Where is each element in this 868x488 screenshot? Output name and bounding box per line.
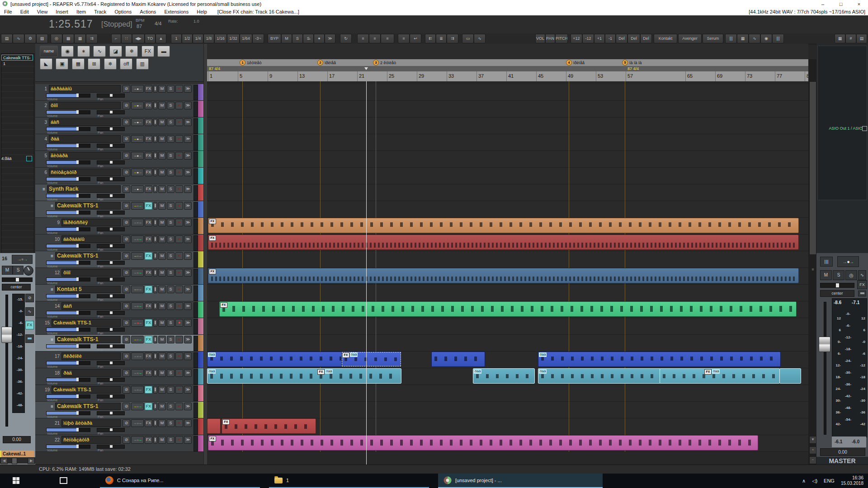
mute-button[interactable]: M (158, 135, 166, 143)
toolbar-button[interactable]: 1/4 (193, 34, 203, 43)
record-arm-button[interactable]: ● (175, 219, 183, 226)
phase-button[interactable]: ⊘ (123, 336, 130, 343)
menu-item[interactable]: Insert (52, 9, 72, 14)
media-item[interactable] (207, 418, 221, 434)
solo-button[interactable]: S (167, 386, 175, 394)
pan-slider[interactable] (97, 211, 125, 215)
toolbar-button[interactable]: ▲ (156, 34, 166, 43)
routing-button[interactable]: →●→ (131, 319, 144, 327)
toolbar-button[interactable]: # (845, 34, 856, 43)
routing-button[interactable]: →●→ (131, 202, 144, 210)
track-row[interactable]: ≡ Cakewalk TTS-1 ⊘ →●→ FX M S ● ≫ (35, 251, 203, 268)
media-item[interactable] (222, 418, 316, 434)
mute-button[interactable]: M (158, 269, 166, 277)
toolbar-button[interactable]: ▦ (835, 34, 845, 43)
arrange-view[interactable]: FX FX FX FX FX FX FX FX FX ðàä ðàä ðàä ð… (207, 81, 808, 465)
pan-slider[interactable] (97, 294, 125, 298)
record-arm-button[interactable]: ● (175, 202, 183, 210)
monitor-button[interactable]: ≫ (184, 185, 192, 193)
routing-button[interactable]: →●→ (131, 436, 144, 444)
width-knob[interactable] (24, 266, 33, 276)
toolbar-button[interactable]: ⇉ (447, 34, 458, 43)
menu-item[interactable]: File (0, 9, 16, 14)
fx-button[interactable]: FX (145, 286, 152, 293)
close-button[interactable]: × (850, 0, 868, 8)
strip-io-button[interactable] (25, 334, 34, 343)
track-row[interactable]: 3 áàñ ⊘ →●→ FX M S ● ≫ (35, 117, 203, 134)
io-button[interactable] (153, 336, 157, 343)
monitor-button[interactable]: ≫ (184, 336, 192, 343)
track-row[interactable]: 21 ìüþò ãèòàðà ⊘ →●→ FX M S ● ≫ (35, 418, 203, 435)
phase-button[interactable]: ⊘ (123, 85, 130, 93)
menu-item[interactable]: Extensions (160, 9, 193, 14)
io-button[interactable] (153, 386, 157, 394)
track-name[interactable]: ôîíî (61, 269, 121, 277)
tcp-header-icon[interactable]: ▬ (157, 46, 170, 57)
toolbar-button[interactable]: ≫ (325, 34, 335, 43)
strip-fader-handle[interactable] (1, 327, 12, 343)
phase-button[interactable]: ⊘ (123, 319, 130, 327)
monitor-button[interactable]: ≫ (184, 118, 192, 126)
toolbar-button[interactable]: Del Pitch (627, 34, 640, 43)
pan-slider[interactable] (97, 378, 125, 382)
toolbar-button[interactable]: ↩ (410, 34, 421, 43)
record-arm-button[interactable]: ● (175, 118, 183, 126)
output-checkbox[interactable] (862, 126, 867, 131)
volume-slider[interactable] (46, 378, 90, 382)
fx-button[interactable]: FX (145, 235, 152, 243)
tcp-header-icon[interactable]: ⊞ (88, 58, 100, 70)
item-fx-badge[interactable]: FX (222, 419, 230, 425)
toolbar-button[interactable]: ∿ (13, 34, 24, 43)
vscroll-grip[interactable]: ≡ (810, 267, 816, 272)
toolbar-button[interactable]: ↻ (340, 34, 352, 43)
toolbar-button[interactable]: 1/64 (240, 34, 252, 43)
phase-button[interactable]: ⊘ (123, 269, 130, 277)
volume-slider[interactable] (46, 294, 90, 298)
start-button[interactable] (0, 474, 32, 488)
media-item[interactable] (779, 368, 801, 384)
master-routing-button[interactable]: →●→ (837, 256, 859, 267)
tcp-header-icon[interactable]: ◪ (109, 46, 122, 57)
taskbar-reaper-button[interactable]: [unsaved project] - ... (438, 474, 603, 488)
record-arm-button[interactable]: ● (175, 102, 183, 109)
toolbar-button[interactable]: Kontakt (654, 34, 677, 43)
fx-button[interactable]: FX (145, 436, 152, 444)
phase-button[interactable]: ⊘ (123, 152, 130, 160)
solo-button[interactable]: S (167, 419, 175, 427)
volume-slider[interactable] (46, 110, 90, 114)
track-row[interactable]: 9 ïåðêóññèÿ ⊘ →●→ FX M S ● ≫ (35, 218, 203, 235)
routing-button[interactable]: →●→ (131, 269, 144, 277)
track-row[interactable]: ≡ Synth Rack ⊘ →●→ FX M S ● ≫ (35, 184, 203, 201)
strip-mute-button[interactable]: M (2, 266, 13, 275)
toolbar-button[interactable]: ⇇ (425, 34, 436, 43)
master-stereo-button[interactable]: ◎ (845, 270, 857, 280)
routing-button[interactable]: →●→ (131, 169, 144, 176)
toolbar-button[interactable]: ≡ (398, 34, 410, 43)
toolbar-button[interactable]: VOL (535, 34, 545, 43)
monitor-button[interactable]: ≫ (184, 169, 192, 176)
track-name[interactable]: ãèòàðà (49, 152, 121, 160)
master-pan-value[interactable]: center (820, 290, 854, 297)
monitor-button[interactable]: ≫ (184, 369, 192, 377)
minimize-button[interactable]: – (814, 0, 832, 8)
pan-slider[interactable] (97, 277, 125, 282)
track-name[interactable]: ðàä (49, 135, 121, 143)
vscroll-down-button[interactable]: ▼ (809, 436, 816, 444)
master-fader-handle[interactable] (819, 337, 830, 352)
media-item[interactable] (538, 368, 660, 384)
fx-button[interactable]: FX (145, 319, 152, 327)
pan-slider[interactable] (97, 361, 125, 365)
volume-slider[interactable] (46, 328, 90, 332)
volume-slider[interactable] (46, 411, 90, 415)
solo-button[interactable]: S (167, 185, 175, 193)
track-name[interactable]: Cakewalk TTS-1 (55, 252, 121, 260)
track-row[interactable]: ≡ Cakewalk TTS-1 ⊘ →●→ FX M S ● ≫ (35, 335, 203, 352)
toolbar-button[interactable]: -12 (582, 34, 594, 43)
routing-button[interactable]: →●→ (131, 219, 144, 226)
mixer-icon[interactable]: |||| (820, 257, 833, 267)
tempo-lane[interactable]: 87 4/4 87 4/4 (207, 66, 808, 71)
record-arm-button[interactable]: ● (175, 235, 183, 243)
track-row[interactable]: 18 ðàä ⊘ →●→ FX M S ● ≫ (35, 368, 203, 385)
toolbar-button[interactable]: Del CC (616, 34, 627, 43)
toolbar-button[interactable]: 1 (171, 34, 182, 43)
